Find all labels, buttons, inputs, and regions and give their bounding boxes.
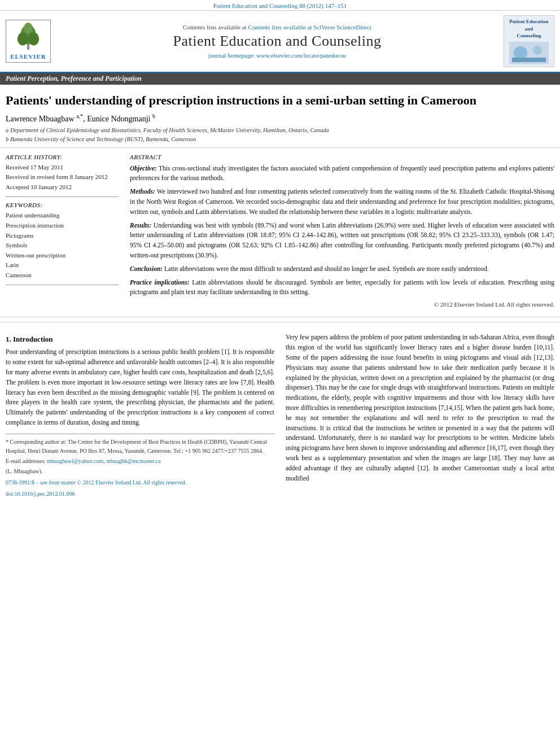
elsevier-label: ELSEVIER [8,53,48,60]
journal-logo-box: Patient EducationandCounseling [504,15,554,67]
homepage-text: journal homepage: www.elsevier.com/locat… [208,52,346,59]
keyword-5: Written-out prescription [6,251,119,261]
keyword-4: Symbols [6,241,119,251]
email-suffix-footnote: (L. Mbuagbaw). [6,467,274,476]
keyword-7: Cameroon [6,270,119,281]
practice-implications-label: Practice implications: [130,279,190,286]
results-label: Results: [130,222,151,229]
keyword-6: Latin [6,260,119,270]
conclusion-text: Latin abbreviations were the most diffic… [164,265,489,272]
header-center: Contents lists available at Contents lis… [56,24,498,59]
doi-link[interactable]: 10.1016/j.pec.2012.01.006 [15,491,75,497]
sciverse-link[interactable]: Contents lists available at SciVerse Sci… [248,24,371,30]
issn-line: 0738-3991/$ – see front matter © 2012 El… [6,478,274,487]
body-right-col: Very few papers address the problem of p… [286,333,554,499]
issn-text: 0738-3991/$ – see front matter © 2012 El… [6,479,186,486]
affiliation-b: b Bamenda University of Science and Tech… [6,135,554,144]
abstract-objective: Objective: This cross-sectional study in… [130,164,554,184]
email-1[interactable]: mbuagbawl@yahoo.com [47,458,103,464]
email-2[interactable]: mbuagbk@mcmaster.ca [106,458,160,464]
article-info-col: Article history: Received 17 May 2011 Re… [6,154,119,312]
results-text: Understanding was best with symbols (89.… [130,222,554,259]
journal-logo-text: Patient EducationandCounseling [509,18,548,40]
svg-point-2 [18,32,28,45]
affiliation-a: a Department of Clinical Epidemiology an… [6,126,554,135]
intro-section-label: Introduction [13,335,53,343]
and-word: and [232,399,242,405]
section-heading-text: Patient Perception, Preference and Parti… [6,75,142,82]
keywords-label: Keywords: [6,202,119,208]
journal-reference-text: Patient Education and Counseling 88 (201… [213,2,347,9]
journal-logo-image [509,42,549,64]
article-title: Patients' understanding of prescription … [6,93,554,109]
keywords-list: Patient understanding Prescription instr… [6,211,119,280]
article-info-label: Article history: [6,154,119,160]
elsevier-logo: ELSEVIER [6,20,51,63]
conclusion-label: Conclusion: [130,265,163,272]
journal-title: Patient Education and Counseling [56,33,498,50]
divider [0,322,560,322]
abstract-col: ABSTRACT Objective: This cross-sectional… [130,154,554,312]
right-para-1: Very few papers address the problem of p… [286,333,554,483]
received-date: Received 17 May 2011 [6,163,119,173]
revised-date: Received in revised form 8 January 2012 [6,172,119,182]
svg-point-7 [533,46,542,55]
intro-para-1: Poor understanding of prescription instr… [6,347,274,428]
body-two-col: 1. Introduction Poor understanding of pr… [6,333,554,499]
doi-text: doi: [6,491,15,497]
body-content: 1. Introduction Poor understanding of pr… [0,327,560,499]
elsevier-tree-icon [11,23,45,51]
abstract-conclusion: Conclusion: Latin abbreviations were the… [130,264,554,274]
keyword-3: Pictograms [6,231,119,241]
journal-reference-bar: Patient Education and Counseling 88 (201… [0,0,560,11]
article-info-abstract-section: Article history: Received 17 May 2011 Re… [0,148,560,318]
article-history-section: Article history: Received 17 May 2011 Re… [6,154,119,198]
svg-rect-8 [512,58,546,62]
copyright-line: © 2012 Elsevier Ireland Ltd. All rights … [130,301,554,308]
methods-label: Methods: [130,188,155,195]
objective-text: This cross-sectional study investigates … [130,165,554,182]
affiliations: a Department of Clinical Epidemiology an… [6,126,554,144]
svg-point-3 [28,32,39,45]
abstract-results: Results: Understanding was best with sym… [130,221,554,261]
section-heading-bar: Patient Perception, Preference and Parti… [0,73,560,85]
accepted-date: Accepted 10 January 2012 [6,182,119,193]
corresponding-footnote: * Corresponding author at: The Center fo… [6,438,274,456]
abstract-practice-implications: Practice implications: Latin abbreviatio… [130,278,554,298]
objective-label: Objective: [130,165,157,172]
doi-line: doi:10.1016/j.pec.2012.01.006 [6,490,274,499]
intro-section-title: 1. Introduction [6,335,274,344]
body-left-col: 1. Introduction Poor understanding of pr… [6,333,274,499]
methods-text: We interviewed two hundred and four cons… [130,188,554,215]
contents-line: Contents lists available at Contents lis… [56,24,498,30]
abstract-section: ABSTRACT Objective: This cross-sectional… [130,154,554,308]
email-footnote: E-mail addresses: mbuagbawl@yahoo.com, m… [6,457,274,466]
footnote-area: * Corresponding author at: The Center fo… [6,434,274,499]
abstract-label: ABSTRACT [130,154,554,160]
svg-point-4 [24,23,32,33]
abstract-methods: Methods: We interviewed two hundred and … [130,187,554,217]
keyword-1: Patient understanding [6,211,119,221]
homepage-line: journal homepage: www.elsevier.com/locat… [56,52,498,59]
article-title-area: Patients' understanding of prescription … [0,88,560,148]
authors: Lawrence Mbuagbaw a,*, Eunice Ndongmanji… [6,113,554,124]
keywords-section: Keywords: Patient understanding Prescrip… [6,202,119,285]
journal-header: ELSEVIER Contents lists available at Con… [0,11,560,73]
keyword-2: Prescription instruction [6,221,119,231]
intro-section-number: 1. [6,335,11,343]
practice-implications-text: Latin abbreviations should be discourage… [130,279,554,296]
email-label: E-mail addresses: [6,458,47,464]
